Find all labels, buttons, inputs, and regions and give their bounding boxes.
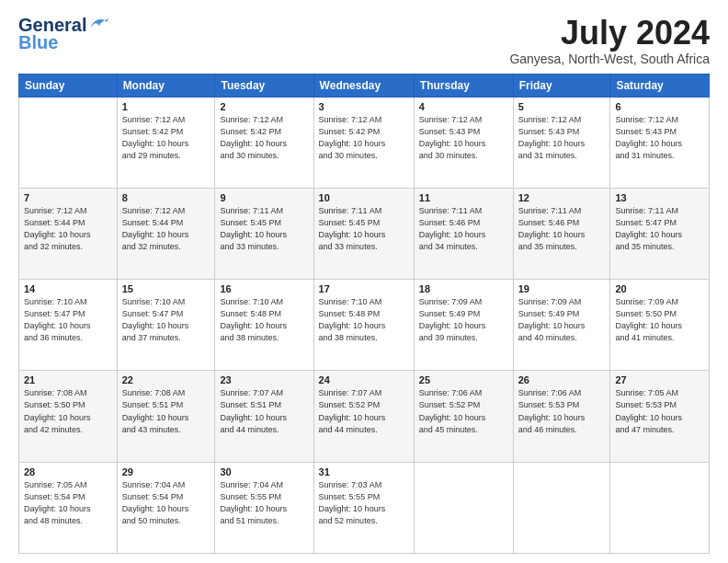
day-number: 19 [518, 283, 606, 294]
calendar-day-cell: 22Sunrise: 7:08 AM Sunset: 5:51 PM Dayli… [117, 371, 215, 462]
day-info: Sunrise: 7:09 AM Sunset: 5:49 PM Dayligh… [518, 296, 606, 344]
day-info: Sunrise: 7:09 AM Sunset: 5:50 PM Dayligh… [615, 296, 704, 344]
calendar-day-header: Monday [117, 74, 215, 97]
calendar-day-cell: 20Sunrise: 7:09 AM Sunset: 5:50 PM Dayli… [610, 280, 710, 371]
day-info: Sunrise: 7:12 AM Sunset: 5:43 PM Dayligh… [518, 114, 606, 162]
day-number: 13 [615, 192, 704, 203]
calendar-day-cell: 7Sunrise: 7:12 AM Sunset: 5:44 PM Daylig… [19, 188, 118, 279]
subtitle: Ganyesa, North-West, South Africa [509, 52, 710, 66]
day-info: Sunrise: 7:10 AM Sunset: 5:48 PM Dayligh… [220, 296, 308, 344]
calendar-day-cell: 27Sunrise: 7:05 AM Sunset: 5:53 PM Dayli… [610, 371, 710, 462]
calendar-day-header: Tuesday [215, 74, 313, 97]
day-info: Sunrise: 7:11 AM Sunset: 5:47 PM Dayligh… [615, 205, 704, 253]
day-info: Sunrise: 7:07 AM Sunset: 5:51 PM Dayligh… [220, 387, 308, 435]
calendar-day-cell: 14Sunrise: 7:10 AM Sunset: 5:47 PM Dayli… [19, 280, 118, 371]
calendar-day-cell: 29Sunrise: 7:04 AM Sunset: 5:54 PM Dayli… [117, 462, 215, 553]
calendar-day-cell: 11Sunrise: 7:11 AM Sunset: 5:46 PM Dayli… [414, 188, 513, 279]
day-number: 3 [319, 101, 409, 112]
day-info: Sunrise: 7:10 AM Sunset: 5:47 PM Dayligh… [24, 296, 112, 344]
calendar-day-cell: 28Sunrise: 7:05 AM Sunset: 5:54 PM Dayli… [19, 462, 118, 553]
day-number: 12 [518, 192, 606, 203]
day-info: Sunrise: 7:12 AM Sunset: 5:42 PM Dayligh… [319, 114, 409, 162]
calendar-day-cell: 8Sunrise: 7:12 AM Sunset: 5:44 PM Daylig… [117, 188, 215, 279]
calendar-week-row: 21Sunrise: 7:08 AM Sunset: 5:50 PM Dayli… [19, 371, 710, 462]
day-info: Sunrise: 7:10 AM Sunset: 5:48 PM Dayligh… [319, 296, 409, 344]
day-info: Sunrise: 7:05 AM Sunset: 5:53 PM Dayligh… [615, 387, 704, 435]
day-info: Sunrise: 7:12 AM Sunset: 5:42 PM Dayligh… [220, 114, 308, 162]
calendar-day-cell: 9Sunrise: 7:11 AM Sunset: 5:45 PM Daylig… [215, 188, 313, 279]
day-number: 4 [419, 101, 508, 112]
day-info: Sunrise: 7:07 AM Sunset: 5:52 PM Dayligh… [319, 387, 409, 435]
day-number: 31 [319, 466, 409, 477]
day-number: 17 [319, 283, 409, 294]
day-number: 6 [615, 101, 704, 112]
day-info: Sunrise: 7:09 AM Sunset: 5:49 PM Dayligh… [419, 296, 508, 344]
day-info: Sunrise: 7:05 AM Sunset: 5:54 PM Dayligh… [24, 479, 112, 527]
day-info: Sunrise: 7:12 AM Sunset: 5:42 PM Dayligh… [122, 114, 210, 162]
calendar-day-cell: 25Sunrise: 7:06 AM Sunset: 5:52 PM Dayli… [414, 371, 513, 462]
day-number: 1 [122, 101, 210, 112]
calendar-day-cell [513, 462, 610, 553]
calendar-week-row: 7Sunrise: 7:12 AM Sunset: 5:44 PM Daylig… [19, 188, 710, 279]
day-number: 10 [319, 192, 409, 203]
logo-blue: Blue [18, 33, 58, 52]
day-info: Sunrise: 7:11 AM Sunset: 5:45 PM Dayligh… [319, 205, 409, 253]
calendar-day-header: Thursday [414, 74, 513, 97]
calendar-day-cell: 16Sunrise: 7:10 AM Sunset: 5:48 PM Dayli… [215, 280, 313, 371]
calendar-day-cell: 30Sunrise: 7:04 AM Sunset: 5:55 PM Dayli… [215, 462, 313, 553]
day-number: 2 [220, 101, 308, 112]
calendar-day-cell [19, 97, 118, 188]
logo: General Blue [18, 15, 108, 52]
calendar-day-cell: 15Sunrise: 7:10 AM Sunset: 5:47 PM Dayli… [117, 280, 215, 371]
calendar-day-cell: 1Sunrise: 7:12 AM Sunset: 5:42 PM Daylig… [117, 97, 215, 188]
day-number: 7 [24, 192, 112, 203]
day-number: 21 [24, 374, 112, 385]
day-number: 27 [615, 374, 704, 385]
page: General Blue July 2024 Ganyesa, North-We… [0, 0, 728, 563]
day-info: Sunrise: 7:04 AM Sunset: 5:54 PM Dayligh… [122, 479, 210, 527]
day-info: Sunrise: 7:11 AM Sunset: 5:45 PM Dayligh… [220, 205, 308, 253]
day-info: Sunrise: 7:04 AM Sunset: 5:55 PM Dayligh… [220, 479, 308, 527]
day-number: 8 [122, 192, 210, 203]
calendar-day-header: Friday [513, 74, 610, 97]
month-title: July 2024 [509, 15, 710, 52]
calendar-day-cell [414, 462, 513, 553]
calendar-header-row: SundayMondayTuesdayWednesdayThursdayFrid… [19, 74, 710, 97]
day-info: Sunrise: 7:12 AM Sunset: 5:44 PM Dayligh… [24, 205, 112, 253]
day-number: 9 [220, 192, 308, 203]
day-info: Sunrise: 7:12 AM Sunset: 5:43 PM Dayligh… [419, 114, 508, 162]
calendar-day-cell: 19Sunrise: 7:09 AM Sunset: 5:49 PM Dayli… [513, 280, 610, 371]
calendar-day-cell: 24Sunrise: 7:07 AM Sunset: 5:52 PM Dayli… [313, 371, 414, 462]
calendar-day-cell: 4Sunrise: 7:12 AM Sunset: 5:43 PM Daylig… [414, 97, 513, 188]
day-number: 25 [419, 374, 508, 385]
calendar-day-cell: 18Sunrise: 7:09 AM Sunset: 5:49 PM Dayli… [414, 280, 513, 371]
calendar-day-header: Saturday [610, 74, 710, 97]
title-area: July 2024 Ganyesa, North-West, South Afr… [509, 15, 710, 66]
calendar-day-cell: 13Sunrise: 7:11 AM Sunset: 5:47 PM Dayli… [610, 188, 710, 279]
day-number: 24 [319, 374, 409, 385]
day-info: Sunrise: 7:08 AM Sunset: 5:50 PM Dayligh… [24, 387, 112, 435]
day-info: Sunrise: 7:08 AM Sunset: 5:51 PM Dayligh… [122, 387, 210, 435]
calendar-day-cell: 23Sunrise: 7:07 AM Sunset: 5:51 PM Dayli… [215, 371, 313, 462]
calendar-day-cell [610, 462, 710, 553]
logo-bird-icon [88, 15, 108, 31]
calendar-week-row: 14Sunrise: 7:10 AM Sunset: 5:47 PM Dayli… [19, 280, 710, 371]
calendar-day-cell: 6Sunrise: 7:12 AM Sunset: 5:43 PM Daylig… [610, 97, 710, 188]
calendar-day-header: Sunday [19, 74, 118, 97]
calendar-table: SundayMondayTuesdayWednesdayThursdayFrid… [18, 74, 710, 554]
calendar-day-cell: 31Sunrise: 7:03 AM Sunset: 5:55 PM Dayli… [313, 462, 414, 553]
calendar-day-cell: 26Sunrise: 7:06 AM Sunset: 5:53 PM Dayli… [513, 371, 610, 462]
day-info: Sunrise: 7:12 AM Sunset: 5:44 PM Dayligh… [122, 205, 210, 253]
day-number: 26 [518, 374, 606, 385]
day-number: 16 [220, 283, 308, 294]
calendar-day-cell: 2Sunrise: 7:12 AM Sunset: 5:42 PM Daylig… [215, 97, 313, 188]
calendar-day-cell: 5Sunrise: 7:12 AM Sunset: 5:43 PM Daylig… [513, 97, 610, 188]
day-number: 11 [419, 192, 508, 203]
day-number: 5 [518, 101, 606, 112]
calendar-week-row: 28Sunrise: 7:05 AM Sunset: 5:54 PM Dayli… [19, 462, 710, 553]
day-number: 23 [220, 374, 308, 385]
day-info: Sunrise: 7:10 AM Sunset: 5:47 PM Dayligh… [122, 296, 210, 344]
calendar-day-cell: 12Sunrise: 7:11 AM Sunset: 5:46 PM Dayli… [513, 188, 610, 279]
header: General Blue July 2024 Ganyesa, North-We… [18, 15, 710, 66]
day-number: 29 [122, 466, 210, 477]
